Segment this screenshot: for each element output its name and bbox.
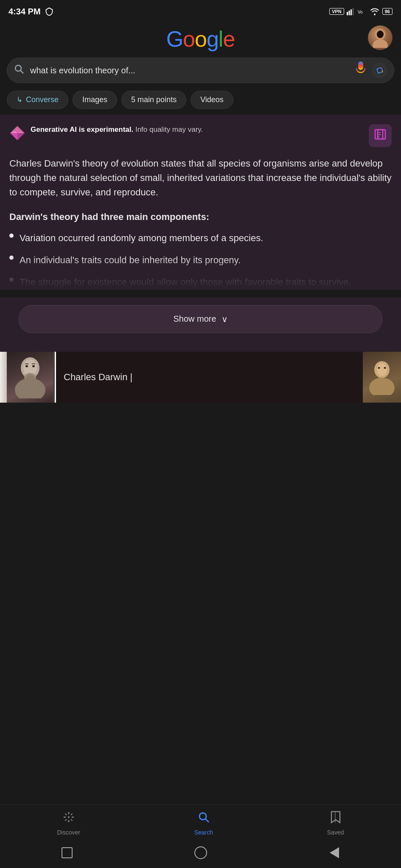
back-icon — [330, 847, 339, 858]
ai-components-title: Darwin's theory had three main component… — [9, 211, 392, 223]
svg-line-38 — [71, 819, 73, 821]
expand-icon — [374, 128, 386, 143]
search-nav-icon — [197, 811, 210, 826]
app-header: Google — [0, 22, 401, 58]
bullet-item-1: Variation occurred randomly among member… — [9, 231, 392, 245]
chip-images[interactable]: Images — [73, 91, 117, 109]
chip-images-label: Images — [82, 95, 107, 104]
chip-converse-label: Converse — [26, 95, 59, 104]
nav-saved-label: Saved — [327, 829, 344, 836]
status-bar: 4:34 PM VPN Vo 96 — [0, 0, 401, 22]
show-more-label: Show more — [173, 314, 216, 324]
svg-point-29 — [377, 363, 387, 376]
converse-arrow-icon: ↳ — [17, 95, 22, 104]
svg-rect-3 — [352, 8, 353, 15]
svg-text:Vo: Vo — [358, 10, 363, 14]
bottom-spacer — [0, 403, 401, 470]
svg-point-7 — [377, 31, 384, 38]
filter-chips: ↳ Converse Images 5 main points Videos — [0, 89, 401, 115]
chip-videos[interactable]: Videos — [191, 91, 233, 109]
svg-point-31 — [384, 367, 386, 369]
ai-gem-icon — [9, 125, 25, 141]
avatar[interactable] — [368, 25, 393, 50]
nav-saved[interactable]: Saved — [327, 811, 344, 836]
related-card-img2[interactable] — [363, 352, 401, 403]
bullet-dot-2 — [9, 256, 14, 260]
bottom-nav: Discover Search Saved — [0, 804, 401, 868]
svg-rect-10 — [358, 61, 363, 70]
svg-point-28 — [369, 378, 395, 395]
vpn-badge: VPN — [329, 8, 344, 15]
chip-5points[interactable]: 5 main points — [121, 91, 186, 109]
ai-answer-section: Generative AI is experimental. Info qual… — [0, 115, 401, 290]
search-query: what is evolution theory of... — [30, 66, 349, 75]
svg-line-40 — [65, 819, 67, 821]
home-button[interactable] — [193, 845, 208, 860]
svg-point-32 — [68, 816, 70, 818]
svg-line-42 — [205, 819, 209, 822]
svg-point-8 — [15, 65, 21, 71]
nav-search[interactable]: Search — [194, 811, 213, 836]
svg-rect-0 — [347, 12, 348, 15]
darwin-portrait-card[interactable] — [7, 352, 53, 403]
home-icon — [194, 846, 207, 859]
wifi-icon — [370, 8, 380, 15]
chip-5points-label: 5 main points — [131, 95, 177, 104]
svg-point-26 — [32, 365, 35, 367]
status-time: 4:34 PM — [8, 7, 41, 17]
shield-icon — [45, 7, 53, 16]
svg-line-39 — [71, 814, 73, 815]
svg-point-25 — [25, 365, 28, 367]
signal-icon — [347, 8, 355, 15]
system-nav — [0, 840, 401, 868]
search-icon — [14, 64, 24, 77]
nav-discover-label: Discover — [57, 829, 80, 836]
nav-search-label: Search — [194, 829, 213, 836]
nav-items: Discover Search Saved — [0, 805, 401, 840]
svg-line-9 — [20, 70, 23, 73]
search-bar-container: what is evolution theory of... — [0, 58, 401, 89]
ai-expand-button[interactable] — [369, 124, 392, 147]
ai-bullets-wrapper: Variation occurred randomly among member… — [9, 231, 392, 289]
status-icons: VPN Vo 96 — [329, 8, 393, 15]
ai-answer-text: Charles Darwin's theory of evolution sta… — [9, 156, 392, 200]
saved-icon — [330, 811, 342, 826]
vo-wifi-icon: Vo — [358, 8, 367, 15]
related-card-text[interactable]: Charles Darwin | — [56, 352, 363, 403]
chip-videos-label: Videos — [200, 95, 224, 104]
bullet-text-1: Variation occurred randomly among member… — [20, 231, 263, 245]
nav-discover[interactable]: Discover — [57, 811, 80, 836]
bullet-item-2: An individual's traits could be inherite… — [9, 253, 392, 267]
search-bar[interactable]: what is evolution theory of... — [7, 58, 394, 83]
svg-point-30 — [378, 367, 380, 369]
bullet-item-3: The struggle for existence would allow o… — [9, 275, 392, 289]
related-card-title: Charles Darwin | — [64, 372, 132, 383]
back-button[interactable] — [327, 845, 342, 860]
google-logo: Google — [166, 26, 235, 52]
recents-icon — [62, 847, 73, 858]
bullet-dot-3 — [9, 278, 14, 282]
microphone-icon[interactable] — [355, 61, 367, 80]
svg-rect-2 — [351, 9, 352, 15]
battery-level: 96 — [382, 8, 393, 15]
bullet-text-2: An individual's traits could be inherite… — [20, 253, 241, 267]
ai-disclaimer: Generative AI is experimental. Info qual… — [9, 124, 392, 147]
show-more-button[interactable]: Show more ∨ — [19, 305, 382, 333]
card-edge-left — [0, 352, 7, 403]
recents-button[interactable] — [59, 845, 75, 860]
svg-rect-1 — [348, 11, 350, 15]
svg-point-13 — [375, 65, 385, 75]
related-cards-strip: Charles Darwin | — [0, 352, 401, 403]
ai-disclaimer-text: Generative AI is experimental. Info qual… — [31, 124, 203, 135]
chevron-down-icon: ∨ — [222, 314, 228, 324]
svg-point-41 — [199, 813, 206, 820]
ai-bullet-list: Variation occurred randomly among member… — [9, 231, 392, 289]
svg-line-37 — [65, 814, 67, 815]
chip-converse[interactable]: ↳ Converse — [7, 91, 68, 109]
discover-icon — [62, 811, 75, 826]
google-lens-icon[interactable] — [373, 63, 387, 78]
svg-point-24 — [25, 375, 35, 387]
svg-point-6 — [373, 39, 388, 48]
svg-point-14 — [377, 68, 382, 73]
bullet-dot-1 — [9, 234, 14, 238]
